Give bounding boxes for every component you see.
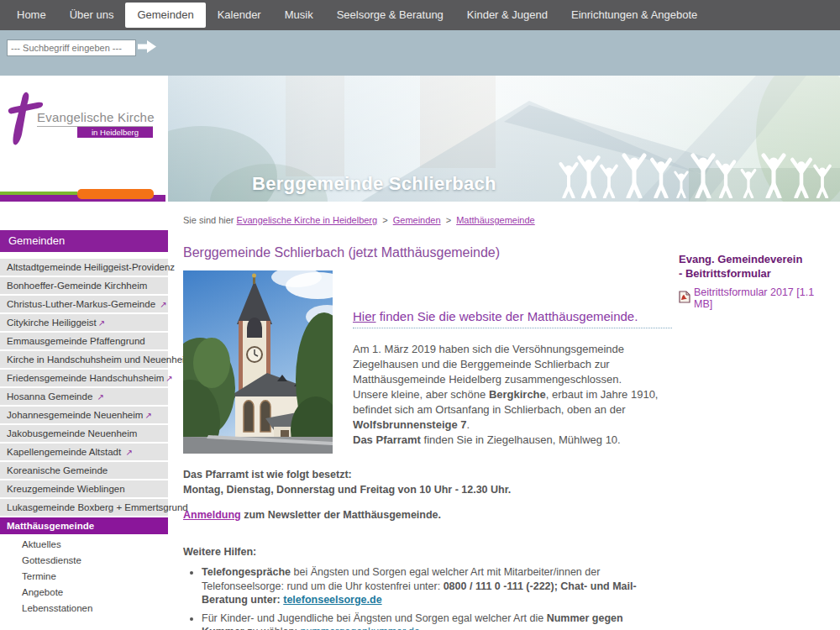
page: Home Über uns Gemeinden Kalender Musik S… (0, 0, 840, 630)
sidebar-item-label: Koreanische Gemeinde (7, 465, 108, 475)
website-link-rest: finden Sie die website der Matthäusgemei… (376, 309, 638, 323)
sidebar-item-label: Friedensgemeinde Handschuhsheim (7, 373, 164, 383)
help-item-nummer-gegen-kummer: Für Kinder- und Jugendliche bei Ängsten … (202, 612, 659, 630)
logo-text: Evangelische Kirche (37, 110, 155, 124)
external-link-icon: ↗ (160, 300, 166, 309)
breadcrumb-prefix: Sie sind hier (183, 215, 234, 225)
pdf-download-link[interactable]: Beitrittsformular 2017 [1.1 MB] (694, 286, 834, 310)
office-hours-line: Montag, Dienstag, Donnerstag und Freitag… (183, 484, 511, 496)
sidebar-header: Gemeinden (0, 230, 168, 252)
intro-bold: Das Pfarramt (353, 433, 421, 446)
breadcrumb-link-matthaeusgemeinde[interactable]: Matthäusgemeinde (456, 215, 535, 225)
sidebar-item-friedensgemeinde[interactable]: Friedensgemeinde Handschuhsheim↗ (0, 370, 168, 388)
help-bold: Telefongespräche (202, 566, 291, 578)
intro-text: finden Sie in Ziegelhausen, Mühlweg 10. (421, 433, 621, 446)
external-link-icon: ↗ (125, 448, 132, 457)
nav-item-musik[interactable]: Musik (273, 0, 325, 30)
sidebar-item-citykirche[interactable]: Citykirche Heiliggeist↗ (0, 314, 168, 333)
page-title: Berggemeinde Schlierbach (jetzt Matthäus… (183, 245, 672, 260)
sidebar-item-label: Lukasgemeinde Boxberg + Emmertsgrund (7, 502, 188, 512)
newsletter-line: Anmeldung zum Newsletter der Matthäusgem… (183, 509, 672, 521)
search-submit-arrow-icon[interactable] (138, 40, 156, 56)
sidebar-subitem-angebote[interactable]: Angebote (0, 584, 168, 600)
sidebar-item-label: Altstadtgemeinde Heiliggeist-Providenz (7, 262, 175, 272)
brand-stripe-orange (77, 189, 154, 199)
sidebar-item-label: Johannesgemeinde Neuenheim (7, 410, 143, 420)
intro-bold: Bergkirche (489, 388, 546, 401)
help-text: zu wählen: (244, 626, 301, 630)
office-hours-line: Das Pfarramt ist wie folgt besetzt: (183, 469, 352, 480)
logo[interactable]: Evangelische Kirche in Heidelberg (0, 76, 168, 202)
header: Evangelische Kirche in Heidelberg Bergge… (0, 76, 840, 202)
content: Sie sind hier Evangelische Kirche in Hei… (0, 202, 840, 630)
right-column: Evang. Gemeindeverein - Beitrittsformula… (679, 252, 834, 310)
sidebar-item-label: Kirche in Handschuhsheim und Neuenheim (7, 354, 192, 365)
breadcrumb-separator: > (446, 215, 451, 225)
sidebar: Gemeinden Altstadtgemeinde Heiliggeist-P… (0, 230, 168, 616)
intro-paragraph: Am 1. März 2019 haben sich die Versöhnun… (353, 342, 672, 448)
help-item-telefonseelsorge: Telefongespräche bei Ängsten und Sorgen … (202, 565, 659, 607)
nav-item-kinder-jugend[interactable]: Kinder & Jugend (455, 0, 559, 30)
banner-title: Berggemeinde Schlierbach (252, 173, 496, 195)
sidebar-item-altstadtgemeinde[interactable]: Altstadtgemeinde Heiliggeist-Providenz (0, 259, 168, 277)
sidebar-subitem-gottesdienste[interactable]: Gottesdienste (0, 552, 168, 568)
people-silhouettes-icon (554, 151, 835, 202)
sidebar-menu: Altstadtgemeinde Heiliggeist-Providenz B… (0, 259, 168, 536)
pdf-download-row: Beitrittsformular 2017 [1.1 MB] (679, 286, 834, 310)
newsletter-rest: zum Newsletter der Matthäusgemeinde. (241, 509, 441, 521)
header-photo: Berggemeinde Schlierbach (168, 76, 840, 202)
nav-item-home[interactable]: Home (5, 0, 58, 30)
sidebar-item-koreanische[interactable]: Koreanische Gemeinde (0, 462, 168, 480)
church-photo (183, 270, 333, 454)
nummergegenkummer-link[interactable]: nummergegenkummer.de (300, 626, 419, 630)
sidebar-item-label: Emmausgemeinde Pfaffengrund (7, 336, 145, 346)
sidebar-item-lukasgemeinde[interactable]: Lukasgemeinde Boxberg + Emmertsgrund (0, 499, 168, 517)
intro-bold: Wolfsbrunnensteige 7 (353, 418, 467, 431)
sidebar-item-jakobusgemeinde[interactable]: Jakobusgemeinde Neuenheim (0, 425, 168, 444)
sidebar-subitem-lebensstationen[interactable]: Lebensstationen (0, 600, 168, 616)
further-help-heading: Weitere Hilfen: (183, 546, 672, 558)
sidebar-item-christus-luther-markus[interactable]: Christus-Luther-Markus-Gemeinde ↗ (0, 296, 168, 314)
sidebar-subitem-aktuelles[interactable]: Aktuelles (0, 536, 168, 552)
sidebar-item-matthaeusgemeinde[interactable]: Matthäusgemeinde (0, 517, 168, 536)
nav-item-ueber-uns[interactable]: Über uns (58, 0, 126, 30)
external-link-icon: ↗ (144, 411, 151, 420)
sidebar-item-kreuzgemeinde[interactable]: Kreuzgemeinde Wieblingen (0, 480, 168, 499)
sidebar-item-bonhoeffer[interactable]: Bonhoeffer-Gemeinde Kirchheim (0, 277, 168, 296)
sidebar-subitem-termine[interactable]: Termine (0, 568, 168, 584)
help-list: Telefongespräche bei Ängsten und Sorgen … (202, 565, 659, 630)
sidebar-item-label: Kapellengemeinde Altstadt (7, 447, 121, 457)
telefonseelsorge-link[interactable]: telefonseelsorge.de (283, 594, 381, 606)
help-text: Für Kinder- und Jugendliche bei Ängsten … (202, 612, 547, 624)
sidebar-item-label: Christus-Luther-Markus-Gemeinde (7, 299, 155, 309)
sidebar-item-kirche-handschuhsheim[interactable]: Kirche in Handschuhsheim und Neuenheim (0, 351, 168, 370)
search-input[interactable] (7, 39, 136, 56)
sidebar-item-label: Hosanna Gemeinde (7, 391, 92, 402)
breadcrumb-link-gemeinden[interactable]: Gemeinden (393, 215, 441, 225)
breadcrumb-link-home[interactable]: Evangelische Kirche in Heidelberg (237, 215, 378, 225)
website-link[interactable]: Hier (353, 309, 376, 323)
sidebar-submenu: Aktuelles Gottesdienste Termine Angebote… (0, 536, 168, 616)
nav-item-seelsorge[interactable]: Seelsorge & Beratung (325, 0, 455, 30)
sidebar-item-hosanna[interactable]: Hosanna Gemeinde ↗ (0, 388, 168, 407)
intro-text: Am 1. März 2019 haben sich die Versöhnun… (353, 343, 624, 386)
external-link-icon: ↗ (98, 318, 105, 328)
pdf-icon (679, 291, 690, 306)
main-content: Berggemeinde Schlierbach (jetzt Matthäus… (183, 245, 672, 630)
nav-item-kalender[interactable]: Kalender (206, 0, 273, 30)
nav-item-gemeinden[interactable]: Gemeinden (125, 3, 205, 28)
top-navigation: Home Über uns Gemeinden Kalender Musik S… (0, 0, 840, 30)
sidebar-item-label: Matthäusgemeinde (7, 521, 94, 531)
external-link-icon: ↗ (97, 392, 104, 402)
sidebar-item-kapellengemeinde[interactable]: Kapellengemeinde Altstadt ↗ (0, 444, 168, 462)
search-band (0, 30, 840, 76)
newsletter-signup-link[interactable]: Anmeldung (183, 509, 241, 521)
sidebar-item-label: Kreuzgemeinde Wieblingen (7, 484, 125, 494)
breadcrumb: Sie sind hier Evangelische Kirche in Hei… (183, 215, 535, 225)
gemeindeverein-title: Evang. Gemeindeverein - Beitrittsformula… (679, 252, 805, 281)
sidebar-item-emmausgemeinde[interactable]: Emmausgemeinde Pfaffengrund (0, 333, 168, 351)
office-hours: Das Pfarramt ist wie folgt besetzt: Mont… (183, 454, 672, 497)
sidebar-item-johannesgemeinde[interactable]: Johannesgemeinde Neuenheim↗ (0, 407, 168, 425)
intro-text: . (467, 418, 470, 431)
nav-item-einrichtungen[interactable]: Einrichtungen & Angebote (559, 0, 709, 30)
